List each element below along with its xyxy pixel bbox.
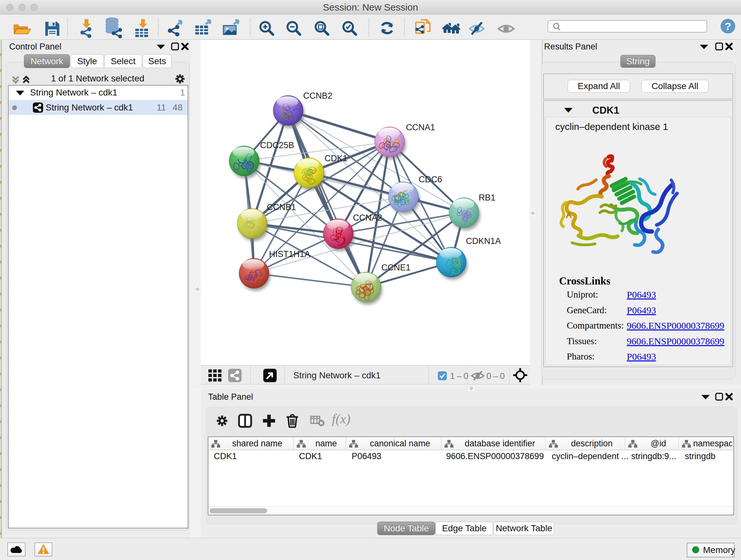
svg-text:CCNB1: CCNB1: [267, 202, 296, 212]
svg-text:CCNB2: CCNB2: [303, 91, 333, 101]
svg-text:CDKN1A: CDKN1A: [466, 236, 501, 246]
svg-text:CCNA1: CCNA1: [406, 123, 435, 132]
svg-text:CCNA2: CCNA2: [353, 213, 382, 223]
svg-text:HIST1H1A: HIST1H1A: [269, 249, 310, 259]
svg-text:RB1: RB1: [479, 193, 495, 202]
svg-text:CDK1: CDK1: [325, 153, 347, 163]
svg-text:CDC6: CDC6: [419, 175, 442, 184]
svg-text:CDC25B: CDC25B: [260, 140, 294, 150]
svg-text:CCNE1: CCNE1: [381, 263, 411, 272]
svg-text:?: ?: [725, 20, 731, 32]
